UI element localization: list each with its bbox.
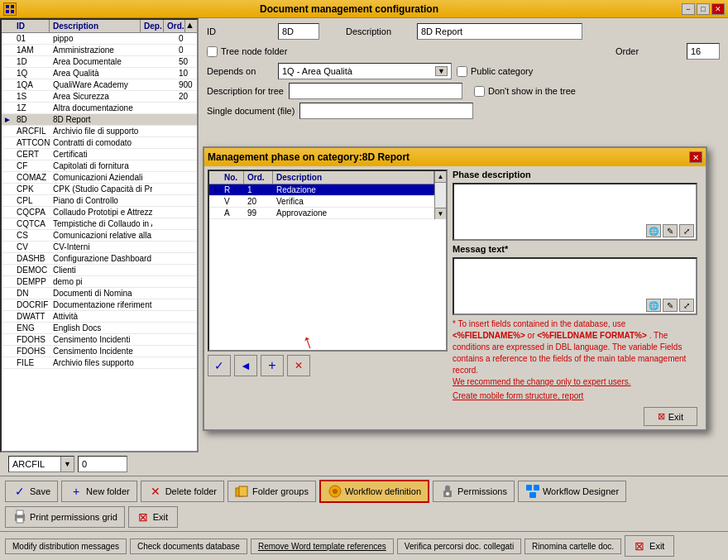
workflow-def-button[interactable]: Workflow definition (319, 480, 429, 503)
dont-show-label[interactable]: Don't show in the tree (474, 86, 576, 97)
list-item[interactable]: ► 8D 8D Report (2, 114, 197, 126)
list-item[interactable]: CERT Certificati (2, 149, 197, 160)
maximize-button[interactable]: □ (697, 3, 710, 15)
modal-list-row[interactable]: A 99 Approvazione (209, 208, 434, 219)
phase-desc-textarea[interactable]: 🌐 ✎ ⤢ (453, 183, 697, 241)
minimize-button[interactable]: − (682, 3, 695, 15)
list-item[interactable]: 1AM Amministrazione 0 (2, 45, 197, 56)
exit-btn-bottom[interactable]: ⊠ Exit (625, 535, 674, 557)
expert-users-link[interactable]: We recommend the change only to expert u… (453, 377, 630, 386)
phase-desc-expand-icon[interactable]: ⤢ (679, 224, 694, 237)
ord-col-header[interactable]: Ord. (164, 20, 185, 32)
list-item[interactable]: CQCPA Collaudo Prototipi e Attrezzatu (2, 207, 197, 218)
modal-check-button[interactable]: ✓ (208, 355, 231, 376)
messag-globe-icon[interactable]: 🌐 (646, 299, 661, 312)
modal-list-row[interactable]: V 20 Verifica (209, 196, 434, 208)
modal-list-row[interactable]: ► R 1 Redazione (209, 184, 434, 196)
list-item[interactable]: DOCRIF Documentazione riferimento (2, 299, 197, 311)
list-item[interactable]: DEMOC Clienti (2, 265, 197, 276)
id-col-header[interactable]: ID (13, 20, 50, 32)
remove-word-button[interactable]: Remove Word template references (251, 538, 394, 554)
list-item[interactable]: 1Z Altra documentazione (2, 103, 197, 114)
list-item[interactable]: ATTCON Contratti di comodato (2, 137, 197, 149)
depends-combo-arrow[interactable]: ▼ (435, 66, 448, 76)
row-description: demo pi (50, 276, 152, 287)
list-item[interactable]: CS Comunicazioni relative alla Sicu (2, 230, 197, 242)
single-doc-input[interactable] (299, 103, 473, 119)
list-item[interactable]: ARCFIL Archivio file di supporto (2, 126, 197, 137)
print-perm-button[interactable]: Print permissions grid (5, 506, 125, 528)
order-input[interactable] (687, 43, 720, 60)
row-id: DASHB (13, 253, 50, 264)
mobile-form-link[interactable]: Create mobile form structure, report (453, 391, 697, 400)
list-item[interactable]: FILE Archivio files supporto (2, 357, 197, 369)
row-ord: 900 (175, 79, 197, 90)
category-list: ID Description Dep. Ord. ▲ 01 pippo 0 1A… (0, 18, 199, 452)
id-input[interactable] (278, 23, 319, 40)
modal-delete-button[interactable]: ✕ (287, 355, 310, 376)
permissions-button[interactable]: Permissions (433, 481, 515, 502)
row-description: Configurazione Dashboard (50, 253, 152, 264)
list-item[interactable]: CV CV-Interni (2, 242, 197, 253)
bottom-combo-arrow[interactable]: ▼ (60, 457, 74, 471)
description-input[interactable] (417, 23, 582, 40)
phase-desc-globe-icon[interactable]: 🌐 (646, 224, 661, 237)
list-item[interactable]: DEMPP demo pi (2, 276, 197, 288)
list-item[interactable]: 1QA QualiWare Academy 900 (2, 79, 197, 91)
tree-node-checkbox-label[interactable]: Tree node folder (207, 46, 287, 57)
messag-edit-icon[interactable]: ✎ (663, 299, 678, 312)
modal-exit-button[interactable]: ⊠ Exit (644, 407, 697, 426)
dep-col-header[interactable]: Dep. (141, 20, 164, 32)
list-item[interactable]: DASHB Configurazione Dashboard (2, 253, 197, 265)
list-item[interactable]: CPK CPK (Studio Capacità di Process (2, 184, 197, 195)
modal-scroll-up[interactable]: ▲ (435, 171, 446, 183)
public-category-checkbox[interactable] (457, 66, 467, 77)
phase-desc-edit-icon[interactable]: ✎ (663, 224, 678, 237)
exit-btn-right[interactable]: ⊠ Exit (128, 506, 178, 528)
scroll-up-btn[interactable]: ▲ (185, 20, 197, 32)
save-button[interactable]: ✓ Save (5, 481, 58, 502)
modal-back-button[interactable]: ◄ (234, 355, 257, 376)
fieldname-format-code: <%FIELDNAME FORMAT%> (537, 331, 647, 340)
list-item[interactable]: FDOHS Censimento Incidente (2, 346, 197, 357)
id-label: ID (207, 26, 273, 36)
svg-rect-10 (526, 485, 532, 491)
tree-node-checkbox[interactable] (207, 46, 218, 57)
desc-for-tree-input[interactable] (289, 83, 462, 99)
list-item[interactable]: 1Q Area Qualità 10 (2, 68, 197, 79)
modal-add-button[interactable]: + (261, 355, 284, 376)
messag-text-textarea[interactable]: 🌐 ✎ ⤢ (453, 257, 697, 315)
list-item[interactable]: DWATT Attività (2, 311, 197, 323)
messag-expand-icon[interactable]: ⤢ (679, 299, 694, 312)
list-item[interactable]: CF Capitolati di fornitura (2, 160, 197, 172)
delete-folder-button[interactable]: ✕ Delete folder (141, 481, 224, 502)
list-item[interactable]: COMAZ Comunicazioni Aziendali (2, 172, 197, 184)
row-description: Censimento Incidente (50, 346, 152, 357)
list-item[interactable]: 1D Area Documentale 50 (2, 56, 197, 68)
list-item[interactable]: CQTCA Tempistiche di Collaudo in Acce (2, 218, 197, 230)
row-id: CV (13, 242, 50, 252)
list-item[interactable]: 1S Area Sicurezza 20 (2, 91, 197, 103)
depends-combo[interactable]: 1Q - Area Qualità ▼ (278, 63, 452, 79)
verifica-button[interactable]: Verifica percorsi doc. collegati (397, 538, 521, 554)
workflow-designer-button[interactable]: Workflow Designer (518, 481, 626, 502)
modify-dist-button[interactable]: Modify distribution messages (5, 538, 127, 554)
row-ord (175, 165, 197, 167)
modal-close-button[interactable]: ✕ (689, 151, 702, 163)
close-button[interactable]: ✕ (711, 3, 725, 15)
list-item[interactable]: CPL Piano di Controllo (2, 195, 197, 207)
dont-show-checkbox[interactable] (474, 86, 485, 97)
desc-col-header[interactable]: Description (50, 20, 141, 32)
bottom-combo[interactable]: ARCFIL ▼ (8, 456, 74, 472)
new-folder-button[interactable]: + New folder (61, 481, 137, 502)
list-item[interactable]: ENG English Docs (2, 323, 197, 334)
bottom-order-input[interactable] (78, 456, 127, 472)
rinomina-button[interactable]: Rinomina cartelle doc. (524, 538, 621, 554)
folder-groups-button[interactable]: Folder groups (228, 481, 316, 502)
list-item[interactable]: DN Documenti di Nomina (2, 288, 197, 299)
list-item[interactable]: FDOHS Censimento Incidenti (2, 334, 197, 346)
public-category-label[interactable]: Public category (457, 66, 533, 77)
list-item[interactable]: 01 pippo 0 (2, 33, 197, 45)
check-docs-button[interactable]: Check documents database (130, 538, 247, 554)
modal-scroll-down[interactable]: ▼ (435, 208, 446, 219)
